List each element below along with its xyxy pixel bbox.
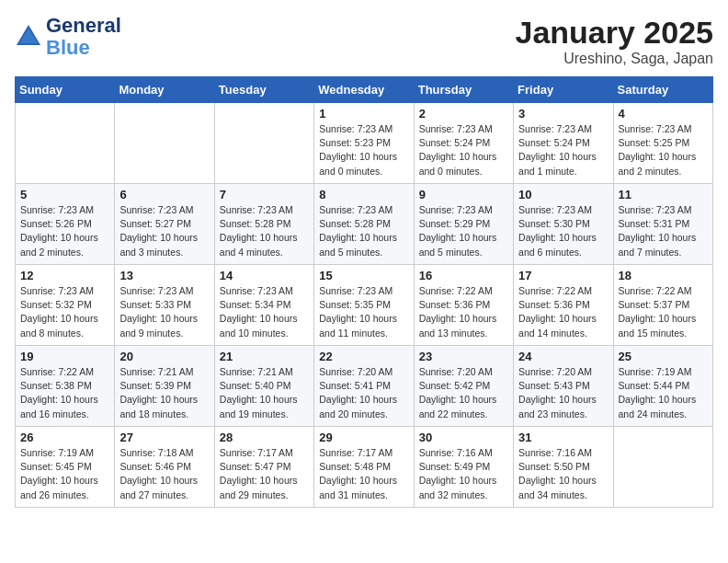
day-info: Sunrise: 7:23 AMSunset: 5:33 PMDaylight:… — [119, 284, 209, 340]
day-number: 1 — [319, 107, 408, 121]
day-number: 5 — [20, 188, 109, 201]
calendar-cell: 7Sunrise: 7:23 AMSunset: 5:28 PMDaylight… — [214, 184, 313, 265]
day-number: 30 — [419, 431, 508, 444]
calendar-cell: 25Sunrise: 7:19 AMSunset: 5:44 PMDayligh… — [613, 346, 712, 427]
calendar-cell: 30Sunrise: 7:16 AMSunset: 5:49 PMDayligh… — [414, 427, 513, 508]
calendar-cell: 2Sunrise: 7:23 AMSunset: 5:24 PMDaylight… — [414, 103, 513, 184]
calendar-cell: 4Sunrise: 7:23 AMSunset: 5:25 PMDaylight… — [613, 103, 712, 184]
day-info: Sunrise: 7:23 AMSunset: 5:28 PMDaylight:… — [220, 203, 309, 259]
day-info: Sunrise: 7:23 AMSunset: 5:24 PMDaylight:… — [419, 122, 508, 178]
day-info: Sunrise: 7:23 AMSunset: 5:27 PMDaylight:… — [119, 203, 209, 259]
calendar-cell: 20Sunrise: 7:21 AMSunset: 5:39 PMDayligh… — [115, 346, 214, 427]
calendar-cell — [613, 427, 712, 508]
logo: General Blue — [15, 15, 121, 59]
day-info: Sunrise: 7:23 AMSunset: 5:28 PMDaylight:… — [319, 203, 408, 259]
day-info: Sunrise: 7:19 AMSunset: 5:45 PMDaylight:… — [20, 446, 109, 502]
calendar-cell: 21Sunrise: 7:21 AMSunset: 5:40 PMDayligh… — [214, 346, 313, 427]
calendar-week-row: 1Sunrise: 7:23 AMSunset: 5:23 PMDaylight… — [16, 103, 713, 184]
logo-icon — [15, 23, 42, 51]
day-info: Sunrise: 7:22 AMSunset: 5:36 PMDaylight:… — [419, 284, 508, 340]
day-info: Sunrise: 7:21 AMSunset: 5:39 PMDaylight:… — [119, 365, 209, 421]
day-info: Sunrise: 7:23 AMSunset: 5:32 PMDaylight:… — [20, 284, 109, 340]
day-info: Sunrise: 7:16 AMSunset: 5:50 PMDaylight:… — [518, 446, 608, 502]
page-header: General Blue January 2025 Ureshino, Saga… — [15, 15, 713, 67]
month-title: January 2025 — [516, 15, 714, 51]
calendar-cell: 24Sunrise: 7:20 AMSunset: 5:43 PMDayligh… — [514, 346, 613, 427]
logo-line2: Blue — [46, 37, 121, 59]
day-number: 21 — [220, 350, 309, 363]
calendar-cell: 3Sunrise: 7:23 AMSunset: 5:24 PMDaylight… — [514, 103, 613, 184]
day-number: 19 — [20, 350, 109, 363]
weekday-header-wednesday: Wednesday — [314, 77, 414, 103]
day-info: Sunrise: 7:16 AMSunset: 5:49 PMDaylight:… — [419, 446, 508, 502]
day-info: Sunrise: 7:17 AMSunset: 5:47 PMDaylight:… — [220, 446, 309, 502]
calendar-cell: 28Sunrise: 7:17 AMSunset: 5:47 PMDayligh… — [214, 427, 313, 508]
day-number: 29 — [319, 431, 408, 444]
calendar-cell: 14Sunrise: 7:23 AMSunset: 5:34 PMDayligh… — [214, 265, 313, 346]
day-info: Sunrise: 7:19 AMSunset: 5:44 PMDaylight:… — [619, 365, 708, 421]
calendar-cell: 1Sunrise: 7:23 AMSunset: 5:23 PMDaylight… — [314, 103, 414, 184]
day-number: 20 — [119, 350, 209, 363]
day-number: 12 — [20, 269, 109, 282]
day-number: 2 — [419, 107, 508, 121]
calendar-cell: 5Sunrise: 7:23 AMSunset: 5:26 PMDaylight… — [16, 184, 115, 265]
day-info: Sunrise: 7:23 AMSunset: 5:31 PMDaylight:… — [619, 203, 708, 259]
day-info: Sunrise: 7:17 AMSunset: 5:48 PMDaylight:… — [319, 446, 408, 502]
day-info: Sunrise: 7:23 AMSunset: 5:25 PMDaylight:… — [619, 122, 708, 178]
calendar-table: SundayMondayTuesdayWednesdayThursdayFrid… — [15, 76, 713, 508]
day-info: Sunrise: 7:23 AMSunset: 5:35 PMDaylight:… — [319, 284, 408, 340]
calendar-cell: 13Sunrise: 7:23 AMSunset: 5:33 PMDayligh… — [115, 265, 214, 346]
day-number: 8 — [319, 188, 408, 201]
day-info: Sunrise: 7:22 AMSunset: 5:38 PMDaylight:… — [20, 365, 109, 421]
day-info: Sunrise: 7:23 AMSunset: 5:29 PMDaylight:… — [419, 203, 508, 259]
calendar-cell: 6Sunrise: 7:23 AMSunset: 5:27 PMDaylight… — [115, 184, 214, 265]
calendar-cell: 29Sunrise: 7:17 AMSunset: 5:48 PMDayligh… — [314, 427, 414, 508]
day-number: 31 — [518, 431, 608, 444]
day-number: 28 — [220, 431, 309, 444]
weekday-header-monday: Monday — [115, 77, 214, 103]
weekday-header-thursday: Thursday — [414, 77, 513, 103]
day-number: 22 — [319, 350, 408, 363]
day-number: 24 — [518, 350, 608, 363]
day-info: Sunrise: 7:21 AMSunset: 5:40 PMDaylight:… — [220, 365, 309, 421]
day-info: Sunrise: 7:23 AMSunset: 5:34 PMDaylight:… — [220, 284, 309, 340]
calendar-week-row: 12Sunrise: 7:23 AMSunset: 5:32 PMDayligh… — [16, 265, 713, 346]
day-number: 14 — [220, 269, 309, 282]
day-number: 15 — [319, 269, 408, 282]
calendar-cell: 15Sunrise: 7:23 AMSunset: 5:35 PMDayligh… — [314, 265, 414, 346]
day-number: 6 — [119, 188, 209, 201]
calendar-week-row: 5Sunrise: 7:23 AMSunset: 5:26 PMDaylight… — [16, 184, 713, 265]
day-number: 7 — [220, 188, 309, 201]
calendar-week-row: 26Sunrise: 7:19 AMSunset: 5:45 PMDayligh… — [16, 427, 713, 508]
day-info: Sunrise: 7:20 AMSunset: 5:43 PMDaylight:… — [518, 365, 608, 421]
calendar-cell: 17Sunrise: 7:22 AMSunset: 5:36 PMDayligh… — [514, 265, 613, 346]
calendar-cell: 31Sunrise: 7:16 AMSunset: 5:50 PMDayligh… — [514, 427, 613, 508]
calendar-cell: 19Sunrise: 7:22 AMSunset: 5:38 PMDayligh… — [16, 346, 115, 427]
day-number: 9 — [419, 188, 508, 201]
calendar-cell — [16, 103, 115, 184]
calendar-cell: 10Sunrise: 7:23 AMSunset: 5:30 PMDayligh… — [514, 184, 613, 265]
calendar-cell: 26Sunrise: 7:19 AMSunset: 5:45 PMDayligh… — [16, 427, 115, 508]
day-number: 3 — [518, 107, 608, 121]
day-number: 23 — [419, 350, 508, 363]
title-block: January 2025 Ureshino, Saga, Japan — [516, 15, 714, 67]
calendar-cell: 27Sunrise: 7:18 AMSunset: 5:46 PMDayligh… — [115, 427, 214, 508]
calendar-cell: 16Sunrise: 7:22 AMSunset: 5:36 PMDayligh… — [414, 265, 513, 346]
day-info: Sunrise: 7:18 AMSunset: 5:46 PMDaylight:… — [119, 446, 209, 502]
day-number: 17 — [518, 269, 608, 282]
day-info: Sunrise: 7:22 AMSunset: 5:36 PMDaylight:… — [518, 284, 608, 340]
calendar-cell — [214, 103, 313, 184]
day-number: 27 — [119, 431, 209, 444]
day-number: 10 — [518, 188, 608, 201]
day-info: Sunrise: 7:23 AMSunset: 5:23 PMDaylight:… — [319, 122, 408, 178]
calendar-cell — [115, 103, 214, 184]
day-number: 26 — [20, 431, 109, 444]
logo-line1: General — [46, 15, 121, 37]
calendar-cell: 9Sunrise: 7:23 AMSunset: 5:29 PMDaylight… — [414, 184, 513, 265]
weekday-header-friday: Friday — [514, 77, 613, 103]
day-info: Sunrise: 7:23 AMSunset: 5:26 PMDaylight:… — [20, 203, 109, 259]
day-info: Sunrise: 7:20 AMSunset: 5:42 PMDaylight:… — [419, 365, 508, 421]
calendar-cell: 22Sunrise: 7:20 AMSunset: 5:41 PMDayligh… — [314, 346, 414, 427]
day-info: Sunrise: 7:22 AMSunset: 5:37 PMDaylight:… — [619, 284, 708, 340]
day-number: 4 — [619, 107, 708, 121]
